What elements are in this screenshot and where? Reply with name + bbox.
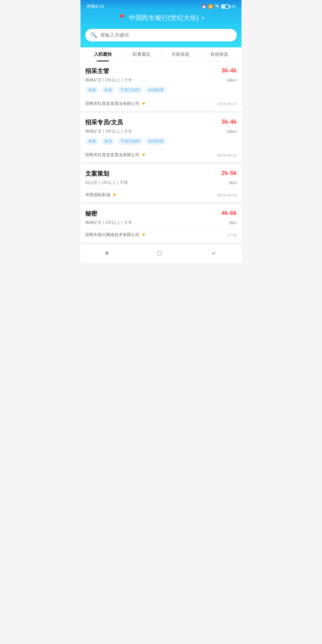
company-text-3: 华星国际影城	[85, 192, 110, 198]
job-tags-2: 体检 旅游 节假日福利 休假制度	[85, 138, 237, 145]
job-salary-4: 4k-6k	[222, 210, 237, 216]
job-meta-1: 峰峰矿区 | 2年以上 | 大专 34km	[85, 78, 237, 83]
filter-tab-other[interactable]: 其他筛选	[200, 47, 239, 61]
tag-1-0: 体检	[85, 86, 99, 94]
post-date-1: 2019-09-22	[217, 102, 237, 106]
job-footer-3: 华星国际影城 ▼ 2019-09-22	[85, 189, 237, 198]
job-header-1: 招采主管 3k-4k	[85, 67, 237, 75]
job-distance-3: 5km	[229, 180, 237, 185]
job-salary-2: 3k-4k	[222, 118, 237, 125]
tag-1-1: 旅游	[101, 86, 115, 94]
bottom-nav: ≡ □ ＜	[80, 244, 242, 263]
alarm-icon: ⏰	[202, 4, 206, 9]
tag-1-3: 休假制度	[145, 86, 167, 94]
battery-icon	[221, 4, 230, 9]
search-container: 🔍	[80, 29, 242, 47]
chevron-right-icon: >	[201, 15, 205, 21]
search-bar[interactable]: 🔍	[85, 29, 237, 41]
battery-percent: 49	[231, 4, 236, 9]
menu-icon[interactable]: ≡	[105, 249, 109, 257]
job-distance-2: 34km	[227, 129, 237, 134]
job-footer-4: 邯郸市新亿网络技术有限公司 ▼ 17:10	[85, 229, 237, 238]
job-footer-2: 邯郸市红星皇室置业有限公司 ▼ 2019-09-22	[85, 149, 237, 158]
job-title-3: 文案策划	[85, 170, 109, 178]
back-icon[interactable]: ＜	[210, 249, 217, 258]
job-meta-text-1: 峰峰矿区 | 2年以上 | 大专	[85, 78, 132, 83]
job-header-3: 文案策划 2k-5k	[85, 170, 237, 178]
verified-icon-3: ▼	[112, 192, 117, 198]
verified-icon-2: ▼	[141, 152, 146, 158]
post-date-4: 17:10	[227, 233, 237, 237]
job-distance-1: 34km	[227, 78, 237, 83]
search-icon: 🔍	[91, 32, 97, 38]
verified-icon-4: ▼	[141, 232, 146, 238]
wifi-icon: 📡	[215, 4, 219, 9]
status-icons: ⏰ 📶 📡 49	[202, 4, 236, 9]
job-meta-text-4: 峰峰矿区 | 1年以上 | 大专	[85, 220, 132, 225]
company-text-2: 邯郸市红星皇室置业有限公司	[85, 152, 140, 158]
job-meta-text-3: 邱山区 | 2年以上 | 不限	[85, 180, 128, 185]
job-card-2[interactable]: 招采专员/文员 3k-4k 峰峰矿区 | 2年以上 | 大专 34km 体检 旅…	[80, 113, 242, 162]
job-title-4: 秘密	[85, 210, 97, 218]
job-meta-3: 邱山区 | 2年以上 | 不限 5km	[85, 180, 237, 185]
job-card-4[interactable]: 秘密 4k-6k 峰峰矿区 | 1年以上 | 大专 35m 邯郸市新亿网络技术有…	[80, 204, 242, 242]
company-text-4: 邯郸市新亿网络技术有限公司	[85, 232, 140, 238]
location-row[interactable]: 📍 中国民生银行(世纪大街) >	[86, 13, 236, 22]
header: 📍 中国民生银行(世纪大街) >	[80, 9, 242, 29]
job-card-3[interactable]: 文案策划 2k-5k 邱山区 | 2年以上 | 不限 5km 华星国际影城 ▼ …	[80, 164, 242, 202]
location-icon: 📍	[117, 14, 126, 22]
post-date-2: 2019-09-22	[217, 153, 237, 157]
job-meta-2: 峰峰矿区 | 2年以上 | 大专 34km	[85, 129, 237, 134]
filter-bar: 入职最快 距离最近 月薪筛选 其他筛选	[80, 47, 242, 62]
company-text-1: 邯郸市红星皇室置业有限公司	[85, 101, 140, 106]
location-text: 中国民生银行(世纪大街)	[129, 13, 199, 22]
job-header-2: 招采专员/文员 3k-4k	[85, 118, 237, 126]
job-list: 招采主管 3k-4k 峰峰矿区 | 2年以上 | 大专 34km 体检 旅游 节…	[80, 62, 242, 242]
job-header-4: 秘密 4k-6k	[85, 210, 237, 218]
job-meta-4: 峰峰矿区 | 1年以上 | 大专 35m	[85, 220, 237, 225]
job-title-1: 招采主管	[85, 67, 109, 75]
status-time: 傍晚6:16	[86, 4, 104, 9]
tag-1-2: 节假日福利	[117, 86, 143, 94]
job-footer-1: 邯郸市红星皇室置业有限公司 ▼ 2019-09-22	[85, 98, 237, 106]
status-bar: 傍晚6:16 ⏰ 📶 📡 49	[80, 0, 242, 9]
tag-2-2: 节假日福利	[117, 138, 143, 145]
company-name-4: 邯郸市新亿网络技术有限公司 ▼	[85, 232, 146, 238]
tag-2-3: 休假制度	[145, 138, 167, 145]
job-title-2: 招采专员/文员	[85, 118, 123, 126]
tag-2-0: 体检	[85, 138, 99, 145]
job-salary-3: 2k-5k	[222, 170, 237, 177]
tag-2-1: 旅游	[101, 138, 115, 145]
job-card-1[interactable]: 招采主管 3k-4k 峰峰矿区 | 2年以上 | 大专 34km 体检 旅游 节…	[80, 62, 242, 111]
signal-icon: 📶	[208, 4, 213, 9]
home-icon[interactable]: □	[158, 249, 162, 257]
company-name-2: 邯郸市红星皇室置业有限公司 ▼	[85, 152, 146, 158]
filter-tab-fastest[interactable]: 入职最快	[83, 47, 122, 61]
post-date-3: 2019-09-22	[217, 193, 237, 197]
filter-tab-salary[interactable]: 月薪筛选	[161, 47, 200, 61]
job-meta-text-2: 峰峰矿区 | 2年以上 | 大专	[85, 129, 132, 134]
job-distance-4: 35m	[229, 220, 237, 225]
company-name-1: 邯郸市红星皇室置业有限公司 ▼	[85, 101, 146, 106]
filter-tab-nearest[interactable]: 距离最近	[122, 47, 161, 61]
job-tags-1: 体检 旅游 节假日福利 休假制度	[85, 86, 237, 94]
verified-icon-1: ▼	[141, 101, 146, 106]
job-salary-1: 3k-4k	[222, 67, 237, 74]
search-input[interactable]	[100, 32, 231, 38]
company-name-3: 华星国际影城 ▼	[85, 192, 117, 198]
